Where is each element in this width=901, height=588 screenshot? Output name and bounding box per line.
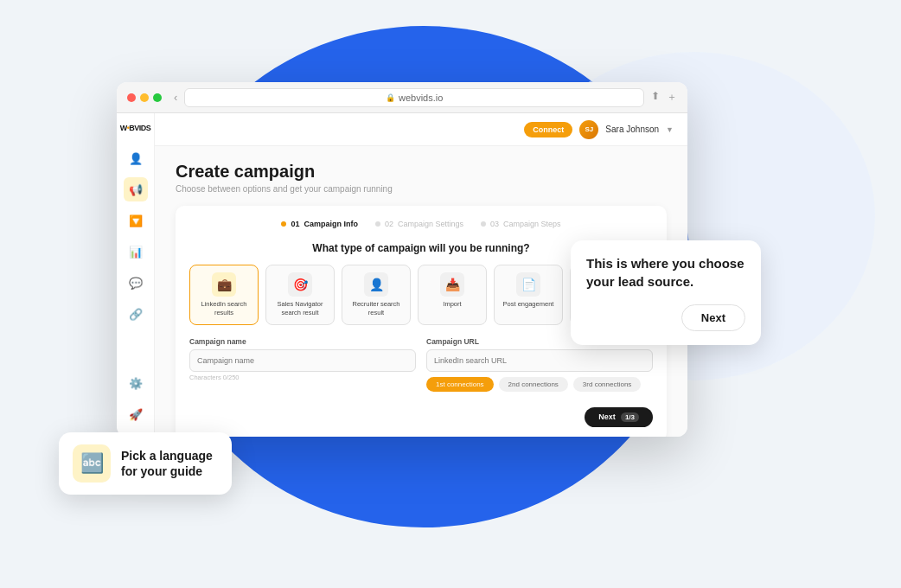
- browser-actions: ⬆ ＋: [651, 90, 677, 105]
- step-1-label: Campaign Info: [304, 220, 358, 228]
- dot-yellow[interactable]: [140, 93, 149, 102]
- connect-button[interactable]: Connect: [524, 122, 572, 137]
- step-2-dot: [375, 221, 380, 227]
- dot-red[interactable]: [127, 93, 136, 102]
- linkedin-label: LinkedIn search results: [195, 300, 252, 317]
- page-title: Create campaign: [176, 162, 667, 182]
- recruiter-icon: 👤: [364, 272, 388, 297]
- sidebar-item-links[interactable]: 🔗: [124, 302, 148, 326]
- step-2: 02 Campaign Settings: [375, 220, 463, 228]
- campaign-url-input[interactable]: [426, 349, 653, 372]
- next-button[interactable]: Next 1/3: [585, 407, 653, 427]
- campaign-type-sales-nav[interactable]: 🎯 Sales Navigator search result: [265, 265, 335, 325]
- sidebar-item-settings[interactable]: ⚙️: [124, 371, 148, 395]
- language-icon: 🔤: [80, 452, 104, 475]
- user-dropdown-icon[interactable]: ▼: [666, 125, 674, 134]
- next-button-step: 1/3: [621, 412, 639, 422]
- connection-pills: 1st connections 2nd connections 3rd conn…: [426, 377, 653, 392]
- sidebar-item-users[interactable]: 👤: [124, 146, 148, 170]
- step-3-dot: [481, 221, 486, 227]
- step-2-label: Campaign Settings: [398, 220, 463, 228]
- campaign-name-group: Campaign name Characters 0/250: [189, 337, 416, 392]
- browser-url-bar[interactable]: 🔒 webvids.io: [184, 88, 644, 107]
- lock-icon: 🔒: [386, 93, 395, 102]
- campaign-type-recruiter[interactable]: 👤 Recruiter search result: [342, 265, 411, 325]
- step-1-number: 01: [291, 220, 299, 228]
- step-3: 03 Campaign Steps: [481, 220, 561, 228]
- step-3-label: Campaign Steps: [503, 220, 561, 228]
- sales-nav-label: Sales Navigator search result: [272, 300, 329, 317]
- form-bottom-bar: Next 1/3: [189, 400, 653, 427]
- page-subtitle: Choose between options and get your camp…: [176, 184, 667, 194]
- tooltip-text: This is where you choose your lead sourc…: [586, 254, 745, 291]
- steps-bar: 01 Campaign Info 02 Campaign Settings 03…: [189, 220, 653, 228]
- username-label: Sara Johnson: [605, 125, 659, 134]
- campaign-type-linkedin[interactable]: 💼 LinkedIn search results: [189, 265, 259, 325]
- sidebar-item-filter[interactable]: 🔽: [124, 208, 148, 233]
- post-label: Post engagement: [503, 300, 554, 309]
- pill-3rd-connections[interactable]: 3rd connections: [573, 377, 641, 392]
- sidebar-item-campaigns[interactable]: 📢: [124, 177, 148, 201]
- share-icon[interactable]: ⬆: [651, 90, 660, 105]
- linkedin-icon: 💼: [212, 272, 236, 297]
- avatar: SJ: [579, 120, 598, 139]
- app-header: Connect SJ Sara Johnson ▼: [155, 113, 687, 146]
- sidebar-item-launch[interactable]: 🚀: [124, 402, 148, 426]
- campaign-type-import[interactable]: 📥 Import: [418, 265, 487, 325]
- char-count: Characters 0/250: [189, 374, 416, 381]
- url-text: webvids.io: [399, 93, 443, 103]
- step-1: 01 Campaign Info: [281, 220, 358, 228]
- step-1-dot: [281, 221, 286, 227]
- import-label: Import: [443, 300, 461, 309]
- tooltip-next-button[interactable]: Next: [681, 304, 745, 331]
- browser-chrome: ‹ 🔒 webvids.io ⬆ ＋: [117, 82, 687, 113]
- campaign-name-label: Campaign name: [189, 337, 416, 346]
- step-3-number: 03: [490, 220, 499, 228]
- sidebar-item-analytics[interactable]: 📊: [124, 240, 148, 264]
- pill-1st-connections[interactable]: 1st connections: [426, 377, 494, 392]
- sales-nav-icon: 🎯: [288, 272, 312, 297]
- add-tab-icon[interactable]: ＋: [667, 90, 677, 105]
- step-2-number: 02: [385, 220, 393, 228]
- browser-back-button[interactable]: ‹: [174, 91, 177, 104]
- dot-green[interactable]: [153, 93, 162, 102]
- language-guide-card: 🔤 Pick a language for your guide: [59, 432, 232, 495]
- language-icon-box: 🔤: [73, 444, 111, 483]
- browser-dots: [127, 93, 162, 102]
- tooltip-popover: This is where you choose your lead sourc…: [571, 240, 761, 345]
- import-icon: 📥: [440, 272, 464, 297]
- recruiter-label: Recruiter search result: [348, 300, 405, 317]
- campaign-type-post[interactable]: 📄 Post engagement: [494, 265, 563, 325]
- app-logo: W•BVIDS: [120, 124, 151, 132]
- pill-2nd-connections[interactable]: 2nd connections: [499, 377, 568, 392]
- language-guide-text: Pick a language for your guide: [121, 448, 218, 479]
- campaign-name-input[interactable]: [189, 349, 416, 372]
- sidebar-item-messages[interactable]: 💬: [124, 271, 148, 295]
- next-button-label: Next: [598, 412, 616, 421]
- post-icon: 📄: [516, 272, 540, 297]
- sidebar: W•BVIDS 👤 📢 🔽 📊 💬 🔗 ⚙️ 🚀: [117, 113, 155, 437]
